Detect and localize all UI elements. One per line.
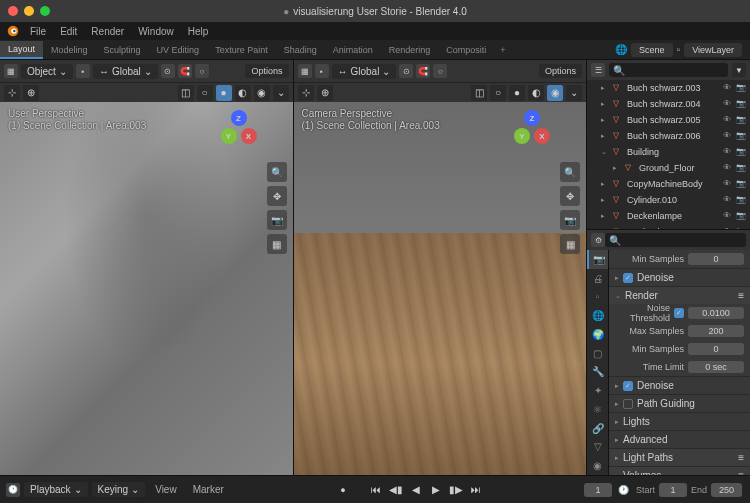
viewlayer-tab[interactable]: ▫ [587,288,608,307]
outliner-mode-icon[interactable]: ☰ [591,63,605,77]
overlay-toggle[interactable]: ⊕ [23,85,39,101]
render-toggle[interactable]: 📷 [736,195,746,205]
orientation-dropdown[interactable]: ↔Global⌄ [93,64,158,79]
outliner-item[interactable]: ▸▽Buch schwarz.004👁📷 [587,96,750,112]
render-toggle[interactable]: 📷 [736,147,746,157]
render-tab[interactable]: 📷 [587,250,608,269]
expand-arrow-icon[interactable]: ▸ [601,180,609,188]
nav-gizmo[interactable]: Z Y X [217,110,261,154]
props-mode-icon[interactable]: ⚙ [591,233,605,247]
viewlayer-selector[interactable]: ViewLayer [684,43,742,57]
end-frame-field[interactable]: 250 [711,483,742,497]
workspace-tab-animation[interactable]: Animation [325,42,381,58]
workspace-tab-compositing[interactable]: Compositi [438,42,494,58]
list-icon[interactable]: ≡ [738,290,744,301]
prop-section[interactable]: ▸Light Paths≡ [609,448,750,466]
outliner-item[interactable]: ▸▽CopyMachineBody👁📷 [587,176,750,192]
visibility-toggle[interactable]: 👁 [723,131,733,141]
min-samples-field[interactable]: 0 [688,343,744,355]
timeline-view-menu[interactable]: View [149,482,183,497]
zoom-icon[interactable]: 🔍 [560,162,580,182]
workspace-add-button[interactable]: + [494,42,511,58]
select-mode-icon[interactable]: ▪ [76,64,90,78]
noise-threshold-checkbox[interactable]: ✓ [674,308,684,318]
rendered-shading[interactable]: ◉ [547,85,563,101]
visibility-toggle[interactable]: 👁 [723,227,733,229]
workspace-tab-modeling[interactable]: Modeling [43,42,96,58]
play-reverse-button[interactable]: ◀ [407,482,425,498]
preview-range-toggle[interactable]: 🕐 [616,482,632,498]
timeline-marker-menu[interactable]: Marker [187,482,230,497]
render-section-label[interactable]: Render [625,290,658,301]
keyframe-prev-button[interactable]: ◀▮ [387,482,405,498]
visibility-toggle[interactable]: 👁 [723,83,733,93]
material-tab[interactable]: ◉ [587,456,608,475]
expand-arrow-icon[interactable]: ▸ [601,116,609,124]
pivot-icon[interactable]: ⊙ [161,64,175,78]
shading-dropdown[interactable]: ⌄ [273,85,289,101]
visibility-toggle[interactable]: 👁 [723,163,733,173]
perspective-icon[interactable]: ▦ [560,234,580,254]
camera-icon[interactable]: 📷 [560,210,580,230]
render-toggle[interactable]: 📷 [736,83,746,93]
render-toggle[interactable]: 📷 [736,163,746,173]
wireframe-shading[interactable]: ○ [490,85,506,101]
path-guiding-checkbox[interactable] [623,399,633,409]
proportional-icon[interactable]: ○ [195,64,209,78]
orientation-dropdown[interactable]: ↔Global⌄ [332,64,397,79]
proportional-icon[interactable]: ○ [433,64,447,78]
denoise-checkbox[interactable]: ✓ [623,381,633,391]
menu-render[interactable]: Render [85,24,130,39]
visibility-toggle[interactable]: 👁 [723,99,733,109]
min-samples-field[interactable]: 0 [688,253,744,265]
gizmo-y-axis[interactable]: Y [221,128,237,144]
pivot-icon[interactable]: ⊙ [399,64,413,78]
menu-edit[interactable]: Edit [54,24,83,39]
visibility-toggle[interactable]: 👁 [723,179,733,189]
select-mode-icon[interactable]: ▪ [315,64,329,78]
snap-icon[interactable]: 🧲 [178,64,192,78]
solid-shading[interactable]: ● [216,85,232,101]
expand-arrow-icon[interactable]: ▸ [601,228,609,229]
viewport-right-canvas[interactable]: Camera Perspective (1) Scene Collection … [294,102,587,475]
maximize-window-button[interactable] [40,6,50,16]
expand-arrow-icon[interactable]: ▸ [601,196,609,204]
filter-button[interactable]: ▼ [732,63,746,77]
outliner-item[interactable]: ▸▽Deckenlampe.001👁📷 [587,224,750,229]
viewport-left-canvas[interactable]: User Perspective (1) Scene Collection | … [0,102,293,475]
modifier-tab[interactable]: 🔧 [587,363,608,382]
render-toggle[interactable]: 📷 [736,115,746,125]
render-toggle[interactable]: 📷 [736,211,746,221]
xray-toggle[interactable]: ◫ [471,85,487,101]
overlay-toggle[interactable]: ⊕ [317,85,333,101]
render-toggle[interactable]: 📷 [736,131,746,141]
start-frame-field[interactable]: 1 [659,483,687,497]
prop-section[interactable]: ▸Volumes≡ [609,466,750,475]
show-gizmo-toggle[interactable]: ⊹ [298,85,314,101]
playback-dropdown[interactable]: Playback⌄ [24,482,88,497]
menu-file[interactable]: File [24,24,52,39]
time-limit-field[interactable]: 0 sec [688,361,744,373]
solid-shading[interactable]: ● [509,85,525,101]
perspective-icon[interactable]: ▦ [267,234,287,254]
editor-type-icon[interactable]: ▦ [298,64,312,78]
list-icon[interactable]: ≡ [738,470,744,475]
constraints-tab[interactable]: 🔗 [587,419,608,438]
list-icon[interactable]: ≡ [738,452,744,463]
visibility-toggle[interactable]: 👁 [723,115,733,125]
visibility-toggle[interactable]: 👁 [723,211,733,221]
show-gizmo-toggle[interactable]: ⊹ [4,85,20,101]
data-tab[interactable]: ▽ [587,438,608,457]
expand-arrow-icon[interactable]: ▸ [613,164,621,172]
workspace-tab-shading[interactable]: Shading [276,42,325,58]
close-window-button[interactable] [8,6,18,16]
minimize-window-button[interactable] [24,6,34,16]
timeline-editor-icon[interactable]: 🕐 [6,483,20,497]
move-icon[interactable]: ✥ [267,186,287,206]
workspace-tab-rendering[interactable]: Rendering [381,42,439,58]
keyframe-next-button[interactable]: ▮▶ [447,482,465,498]
jump-end-button[interactable]: ⏭ [467,482,485,498]
options-dropdown[interactable]: Options [539,64,582,78]
gizmo-x-axis[interactable]: X [534,128,550,144]
snap-icon[interactable]: 🧲 [416,64,430,78]
